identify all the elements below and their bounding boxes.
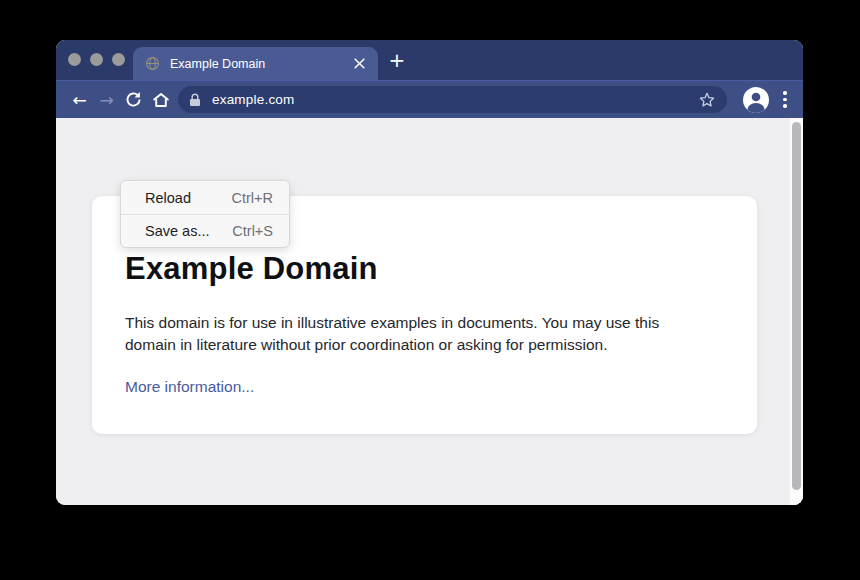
window-zoom-button[interactable] — [112, 53, 125, 66]
forward-button[interactable]: → — [93, 86, 120, 113]
bookmark-star-icon[interactable] — [698, 91, 716, 109]
traffic-lights — [68, 53, 125, 66]
menu-item-label: Save as... — [145, 223, 209, 239]
window-close-button[interactable] — [68, 53, 81, 66]
window-minimize-button[interactable] — [90, 53, 103, 66]
tab-example-domain[interactable]: Example Domain — [133, 47, 378, 80]
reload-button[interactable] — [120, 86, 147, 113]
context-menu: Reload Ctrl+R Save as... Ctrl+S — [120, 180, 290, 248]
new-tab-button[interactable]: + — [386, 49, 408, 71]
page-title: Example Domain — [125, 251, 697, 287]
more-information-link[interactable]: More information... — [125, 378, 254, 396]
browser-menu-button[interactable] — [777, 91, 793, 108]
dot-icon — [783, 91, 787, 95]
menu-item-shortcut: Ctrl+S — [232, 223, 273, 239]
scrollbar-thumb[interactable] — [792, 122, 801, 490]
globe-favicon-icon — [145, 56, 160, 71]
tab-close-icon[interactable] — [353, 57, 366, 70]
url-text[interactable]: example.com — [212, 92, 698, 107]
dot-icon — [783, 98, 787, 102]
menu-item-shortcut: Ctrl+R — [232, 190, 274, 206]
titlebar: Example Domain + — [56, 40, 803, 80]
toolbar: ← → example.com — [56, 80, 803, 118]
page-body-text: This domain is for use in illustrative e… — [125, 312, 697, 356]
page-content: Example Domain This domain is for use in… — [56, 118, 803, 505]
menu-item-label: Reload — [145, 190, 191, 206]
menu-item-save-as[interactable]: Save as... Ctrl+S — [121, 214, 289, 247]
tab-title: Example Domain — [170, 57, 353, 71]
scrollbar-track[interactable] — [790, 118, 803, 505]
browser-window: Example Domain + ← → — [56, 40, 803, 505]
lock-icon — [189, 93, 201, 107]
profile-avatar-icon[interactable] — [743, 87, 769, 113]
back-button[interactable]: ← — [66, 86, 93, 113]
address-bar[interactable]: example.com — [178, 86, 727, 113]
home-icon — [151, 90, 171, 110]
home-button[interactable] — [147, 86, 174, 113]
reload-icon — [124, 90, 143, 109]
dot-icon — [783, 104, 787, 108]
menu-item-reload[interactable]: Reload Ctrl+R — [121, 181, 289, 214]
